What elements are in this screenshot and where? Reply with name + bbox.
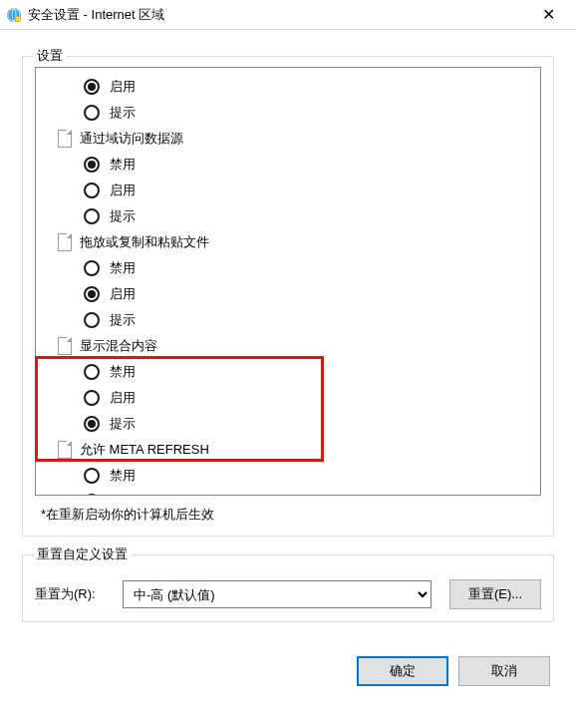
tree-item-label: 禁用 [110,152,136,178]
reset-label: 重置为(R): [35,585,105,603]
radio-option[interactable]: 提示 [42,307,536,333]
tree-item-label: 启用 [110,74,136,100]
radio-option[interactable]: 禁用 [42,255,536,281]
tree-item-label: 禁用 [110,359,136,385]
tree-category: 拖放或复制和粘贴文件 [42,229,536,255]
radio-icon[interactable] [84,390,100,406]
radio-option[interactable]: 启用 [42,74,536,100]
radio-icon[interactable] [84,312,100,328]
radio-option[interactable]: 启用 [42,178,536,203]
dialog-footer: 确定 取消 [22,656,554,686]
document-icon [58,441,72,459]
cancel-button[interactable]: 取消 [458,656,550,686]
radio-icon[interactable] [84,182,100,198]
tree-item-label: 启用 [110,489,136,495]
settings-group: 设置 启用提示通过域访问数据源禁用启用提示拖放或复制和粘贴文件禁用启用提示显示混… [22,56,554,537]
radio-icon[interactable] [84,416,100,432]
radio-option[interactable]: 提示 [42,100,536,126]
tree-item-label: 拖放或复制和粘贴文件 [80,229,209,255]
window-title: 安全设置 - Internet 区域 [28,6,528,24]
titlebar: 安全设置 - Internet 区域 ✕ [0,0,576,30]
radio-icon[interactable] [84,286,100,302]
settings-group-title: 设置 [33,47,67,65]
document-icon [58,130,72,148]
close-button[interactable]: ✕ [528,5,568,24]
tree-item-label: 提示 [110,100,136,126]
tree-item-label: 启用 [110,385,136,411]
radio-option[interactable]: 禁用 [42,359,536,385]
radio-option[interactable]: 禁用 [42,463,536,489]
tree-item-label: 通过域访问数据源 [80,126,183,152]
reset-group-title: 重置自定义设置 [33,546,132,563]
radio-option[interactable]: 提示 [42,203,536,229]
reset-group: 重置自定义设置 重置为(R): 中-高 (默认值) 重置(E)... [22,554,554,622]
tree-item-label: 提示 [110,307,136,333]
reset-button[interactable]: 重置(E)... [449,579,541,609]
radio-option[interactable]: 启用 [42,281,536,307]
tree-item-label: 提示 [110,411,136,437]
radio-option[interactable]: 禁用 [42,152,536,178]
internet-options-icon [6,7,22,23]
settings-tree: 启用提示通过域访问数据源禁用启用提示拖放或复制和粘贴文件禁用启用提示显示混合内容… [35,67,541,496]
ok-button[interactable]: 确定 [357,656,448,686]
reset-level-select[interactable]: 中-高 (默认值) [123,580,432,608]
tree-item-label: 启用 [110,281,136,307]
tree-category: 通过域访问数据源 [42,126,536,152]
radio-icon[interactable] [84,208,100,224]
tree-item-label: 显示混合内容 [80,333,157,359]
tree-category: 允许 META REFRESH [42,437,536,463]
tree-item-label: 启用 [110,178,136,203]
radio-option[interactable]: 启用 [42,489,536,495]
radio-icon[interactable] [84,260,100,276]
restart-note: *在重新启动你的计算机后生效 [41,506,541,524]
radio-icon[interactable] [84,468,100,484]
tree-item-label: 禁用 [110,463,136,489]
radio-icon[interactable] [84,105,100,121]
tree-category: 显示混合内容 [42,333,536,359]
radio-icon[interactable] [84,157,100,173]
radio-icon[interactable] [84,494,100,495]
radio-option[interactable]: 提示 [42,411,536,437]
document-icon [58,337,72,355]
document-icon [58,233,72,251]
radio-icon[interactable] [84,364,100,380]
radio-option[interactable]: 启用 [42,385,536,411]
svg-point-1 [15,16,21,22]
tree-item-label: 禁用 [110,255,136,281]
settings-tree-scroll[interactable]: 启用提示通过域访问数据源禁用启用提示拖放或复制和粘贴文件禁用启用提示显示混合内容… [36,68,540,495]
tree-item-label: 提示 [110,203,136,229]
tree-item-label: 允许 META REFRESH [80,437,209,463]
radio-icon[interactable] [84,79,100,95]
